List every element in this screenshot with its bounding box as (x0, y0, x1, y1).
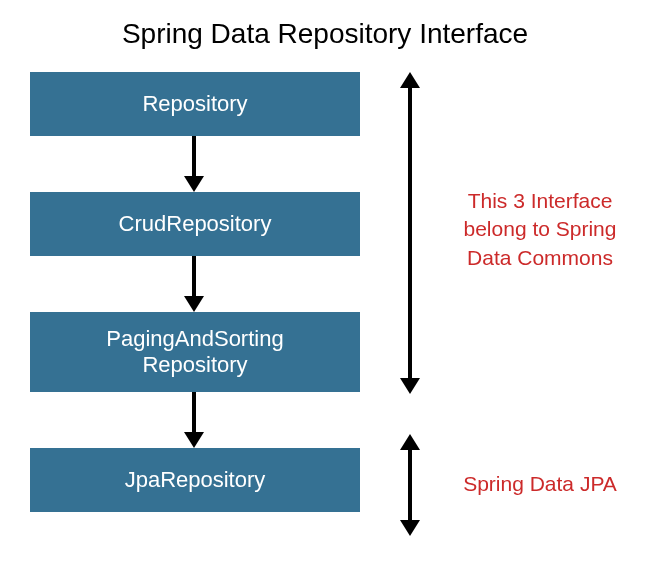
box-paging-sorting-repository: PagingAndSorting Repository (30, 312, 360, 392)
diagram-area: Repository CrudRepository PagingAndSorti… (30, 72, 630, 562)
diagram-title: Spring Data Repository Interface (0, 0, 650, 62)
annotation-jpa: Spring Data JPA (450, 470, 630, 498)
text-line: Repository (142, 352, 247, 377)
box-repository-label: Repository (142, 91, 247, 117)
box-paging-sorting-repository-label: PagingAndSorting Repository (106, 326, 283, 379)
text-line: Spring Data JPA (463, 472, 617, 495)
text-line: belong to Spring (464, 217, 617, 240)
box-repository: Repository (30, 72, 360, 136)
text-line: This 3 Interface (468, 189, 613, 212)
box-jpa-repository: JpaRepository (30, 448, 360, 512)
box-jpa-repository-label: JpaRepository (125, 467, 266, 493)
text-line: PagingAndSorting (106, 326, 283, 351)
text-line: Data Commons (467, 246, 613, 269)
box-crud-repository: CrudRepository (30, 192, 360, 256)
annotation-commons: This 3 Interface belong to Spring Data C… (450, 187, 630, 272)
box-crud-repository-label: CrudRepository (119, 211, 272, 237)
